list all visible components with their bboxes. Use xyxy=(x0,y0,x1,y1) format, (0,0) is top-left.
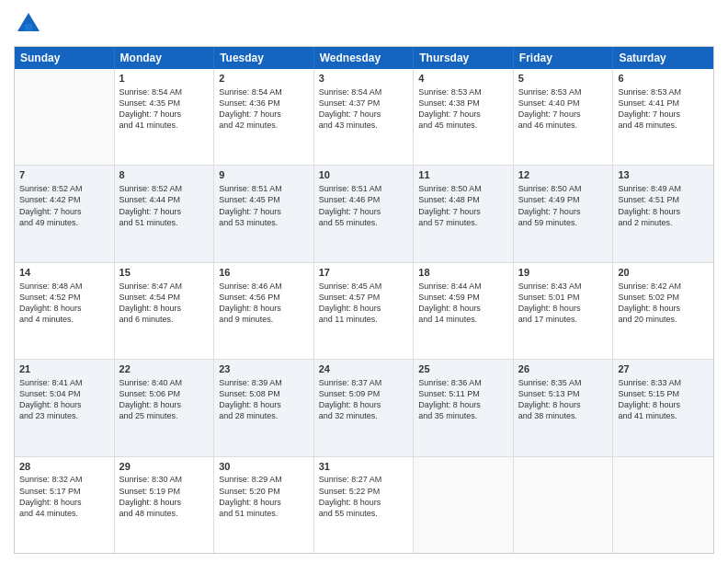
cell-line: Daylight: 8 hours xyxy=(618,399,709,410)
calendar: SundayMondayTuesdayWednesdayThursdayFrid… xyxy=(14,46,714,554)
day-number: 17 xyxy=(319,266,409,280)
logo xyxy=(14,9,47,39)
calendar-cell: 3Sunrise: 8:54 AMSunset: 4:37 PMDaylight… xyxy=(314,69,415,165)
calendar-cell: 30Sunrise: 8:29 AMSunset: 5:20 PMDayligh… xyxy=(214,457,314,553)
header xyxy=(14,9,714,39)
cell-line: and 9 minutes. xyxy=(219,314,309,325)
day-number: 28 xyxy=(19,460,109,474)
cell-line: Daylight: 8 hours xyxy=(19,303,109,314)
cell-line: and 14 minutes. xyxy=(418,314,508,325)
cell-line: Daylight: 8 hours xyxy=(418,303,508,314)
cell-line: and 49 minutes. xyxy=(19,217,109,228)
day-number: 18 xyxy=(418,266,508,280)
calendar-cell: 13Sunrise: 8:49 AMSunset: 4:51 PMDayligh… xyxy=(613,166,713,261)
cell-line: Daylight: 8 hours xyxy=(618,206,709,217)
cell-line: Daylight: 7 hours xyxy=(119,109,210,120)
cell-line: Daylight: 7 hours xyxy=(518,206,609,217)
cell-line: Daylight: 8 hours xyxy=(119,399,210,410)
calendar-cell: 23Sunrise: 8:39 AMSunset: 5:08 PMDayligh… xyxy=(214,360,314,455)
calendar-row: 21Sunrise: 8:41 AMSunset: 5:04 PMDayligh… xyxy=(15,360,713,456)
cell-line: and 20 minutes. xyxy=(618,314,709,325)
calendar-cell: 12Sunrise: 8:50 AMSunset: 4:49 PMDayligh… xyxy=(514,166,614,261)
cell-line: Sunset: 4:36 PM xyxy=(219,98,309,109)
calendar-cell: 14Sunrise: 8:48 AMSunset: 4:52 PMDayligh… xyxy=(15,263,115,359)
cell-line: Sunset: 4:57 PM xyxy=(319,292,409,303)
calendar-header-cell: Wednesday xyxy=(314,47,415,69)
calendar-cell: 16Sunrise: 8:46 AMSunset: 4:56 PMDayligh… xyxy=(214,263,314,359)
day-number: 27 xyxy=(618,362,709,376)
cell-line: Sunset: 4:56 PM xyxy=(219,292,309,303)
day-number: 11 xyxy=(418,168,508,182)
cell-line: Sunrise: 8:48 AM xyxy=(19,281,109,292)
cell-line: Sunrise: 8:50 AM xyxy=(418,183,508,194)
cell-line: Sunset: 5:01 PM xyxy=(518,292,609,303)
calendar-cell: 31Sunrise: 8:27 AMSunset: 5:22 PMDayligh… xyxy=(314,457,415,553)
cell-line: and 11 minutes. xyxy=(319,314,409,325)
calendar-cell: 1Sunrise: 8:54 AMSunset: 4:35 PMDaylight… xyxy=(115,69,215,165)
calendar-header-cell: Thursday xyxy=(414,47,514,69)
cell-line: Daylight: 7 hours xyxy=(319,109,409,120)
cell-line: Sunrise: 8:44 AM xyxy=(418,281,508,292)
cell-line: Sunset: 5:20 PM xyxy=(219,486,309,497)
cell-line: Daylight: 8 hours xyxy=(19,399,109,410)
cell-line: Daylight: 8 hours xyxy=(518,303,609,314)
calendar-cell xyxy=(514,457,614,553)
cell-line: Daylight: 8 hours xyxy=(219,303,309,314)
calendar-cell xyxy=(414,457,514,553)
cell-line: Sunrise: 8:52 AM xyxy=(119,183,210,194)
cell-line: Sunset: 4:48 PM xyxy=(418,194,508,205)
calendar-cell: 18Sunrise: 8:44 AMSunset: 4:59 PMDayligh… xyxy=(414,263,514,359)
cell-line: Sunrise: 8:45 AM xyxy=(319,281,409,292)
cell-line: Daylight: 8 hours xyxy=(418,399,508,410)
cell-line: Sunrise: 8:46 AM xyxy=(219,281,309,292)
cell-line: Sunset: 4:49 PM xyxy=(518,194,609,205)
cell-line: and 55 minutes. xyxy=(319,217,409,228)
calendar-header-cell: Saturday xyxy=(613,47,713,69)
cell-line: Sunset: 4:51 PM xyxy=(618,194,709,205)
day-number: 13 xyxy=(618,168,709,182)
cell-line: Sunset: 4:46 PM xyxy=(319,194,409,205)
cell-line: and 35 minutes. xyxy=(418,410,508,421)
calendar-cell: 28Sunrise: 8:32 AMSunset: 5:17 PMDayligh… xyxy=(15,457,115,553)
cell-line: Sunrise: 8:54 AM xyxy=(219,86,309,98)
calendar-body: 1Sunrise: 8:54 AMSunset: 4:35 PMDaylight… xyxy=(15,69,713,553)
day-number: 9 xyxy=(219,168,309,182)
cell-line: Daylight: 8 hours xyxy=(518,399,609,410)
day-number: 15 xyxy=(119,266,210,280)
cell-line: Sunset: 5:17 PM xyxy=(19,486,109,497)
cell-line: and 48 minutes. xyxy=(119,508,210,519)
cell-line: and 41 minutes. xyxy=(119,120,210,131)
day-number: 4 xyxy=(418,72,508,86)
day-number: 30 xyxy=(219,460,309,474)
cell-line: Sunrise: 8:52 AM xyxy=(19,183,109,194)
cell-line: Sunset: 5:22 PM xyxy=(319,486,409,497)
calendar-cell: 20Sunrise: 8:42 AMSunset: 5:02 PMDayligh… xyxy=(613,263,713,359)
calendar-cell: 11Sunrise: 8:50 AMSunset: 4:48 PMDayligh… xyxy=(414,166,514,261)
cell-line: Sunset: 5:02 PM xyxy=(618,292,709,303)
cell-line: and 17 minutes. xyxy=(518,314,609,325)
cell-line: Sunrise: 8:54 AM xyxy=(319,86,409,98)
cell-line: Sunset: 4:45 PM xyxy=(219,194,309,205)
cell-line: Sunrise: 8:35 AM xyxy=(518,377,609,388)
cell-line: Sunrise: 8:54 AM xyxy=(119,86,210,98)
calendar-header-cell: Sunday xyxy=(15,47,115,69)
cell-line: Sunrise: 8:47 AM xyxy=(119,281,210,292)
cell-line: Sunset: 4:42 PM xyxy=(19,194,109,205)
cell-line: Sunset: 4:59 PM xyxy=(418,292,508,303)
day-number: 10 xyxy=(319,168,409,182)
cell-line: Sunrise: 8:51 AM xyxy=(219,183,309,194)
day-number: 26 xyxy=(518,362,609,376)
calendar-cell: 24Sunrise: 8:37 AMSunset: 5:09 PMDayligh… xyxy=(314,360,415,455)
cell-line: and 23 minutes. xyxy=(19,410,109,421)
cell-line: Sunset: 4:52 PM xyxy=(19,292,109,303)
cell-line: Daylight: 7 hours xyxy=(518,109,609,120)
day-number: 29 xyxy=(119,460,210,474)
calendar-cell: 8Sunrise: 8:52 AMSunset: 4:44 PMDaylight… xyxy=(115,166,215,261)
calendar-cell: 22Sunrise: 8:40 AMSunset: 5:06 PMDayligh… xyxy=(115,360,215,455)
page: SundayMondayTuesdayWednesdayThursdayFrid… xyxy=(0,0,728,563)
cell-line: and 59 minutes. xyxy=(518,217,609,228)
cell-line: and 53 minutes. xyxy=(219,217,309,228)
calendar-cell: 10Sunrise: 8:51 AMSunset: 4:46 PMDayligh… xyxy=(314,166,415,261)
calendar-cell: 15Sunrise: 8:47 AMSunset: 4:54 PMDayligh… xyxy=(115,263,215,359)
day-number: 31 xyxy=(319,460,409,474)
